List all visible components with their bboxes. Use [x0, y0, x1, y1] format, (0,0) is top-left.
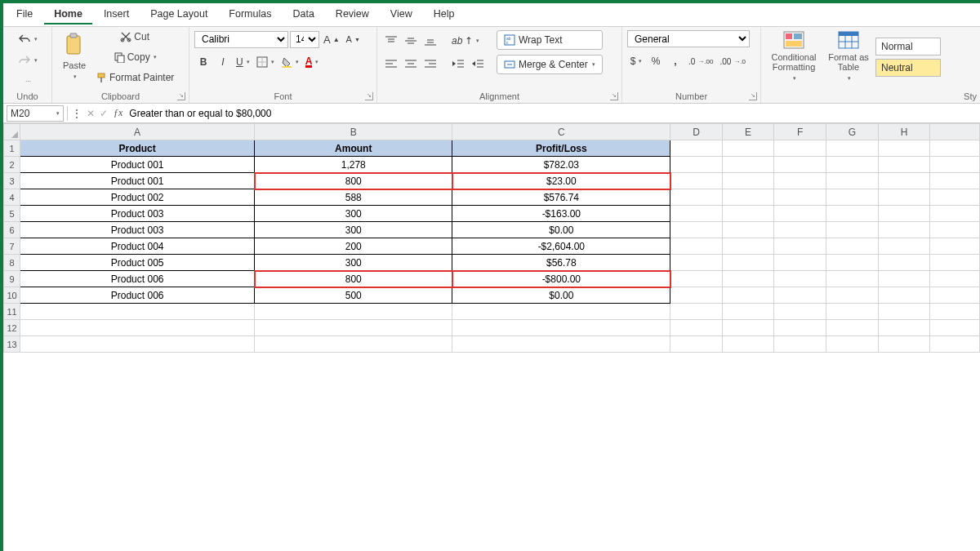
col-header[interactable]: A	[20, 124, 255, 140]
row-header[interactable]: 11	[4, 304, 20, 320]
row-header[interactable]: 9	[4, 271, 20, 287]
row-header[interactable]: 7	[4, 238, 20, 255]
data-cell[interactable]: $782.03	[452, 157, 670, 173]
grow-font-button[interactable]: A▲	[321, 30, 342, 48]
data-cell[interactable]: 300	[255, 206, 452, 222]
row-header[interactable]: 8	[4, 255, 20, 271]
align-right-button[interactable]	[421, 55, 439, 73]
decrease-decimal-button[interactable]: .00→.0	[717, 52, 748, 70]
data-cell[interactable]: Product 003	[20, 206, 255, 222]
align-center-button[interactable]	[402, 55, 420, 73]
paste-button[interactable]: Paste▾	[57, 31, 91, 83]
formula-menu-button[interactable]: ⋮	[69, 104, 84, 122]
data-cell[interactable]: 1,278	[255, 157, 452, 173]
italic-button[interactable]: I	[214, 53, 232, 71]
table-header-cell[interactable]: Amount	[255, 140, 452, 157]
menu-view[interactable]: View	[381, 5, 422, 24]
data-cell[interactable]: Product 006	[20, 287, 255, 304]
col-header[interactable]: C	[452, 124, 670, 140]
clipboard-launcher-icon[interactable]: ↘	[177, 92, 185, 100]
data-cell[interactable]: 800	[255, 173, 452, 189]
font-name-select[interactable]: Calibri	[194, 31, 288, 48]
menu-review[interactable]: Review	[326, 5, 379, 24]
data-cell[interactable]: -$800.00	[452, 271, 670, 287]
alignment-launcher-icon[interactable]: ↘	[610, 92, 618, 100]
accounting-format-button[interactable]: $▾	[627, 52, 645, 70]
font-color-button[interactable]: A▾	[303, 53, 322, 71]
fill-color-button[interactable]: ▾	[278, 53, 301, 71]
bold-button[interactable]: B	[194, 53, 212, 71]
data-cell[interactable]: $0.00	[452, 222, 670, 238]
spreadsheet-grid[interactable]: A B C D E F G H 1ProductAmountProfit/Los…	[3, 123, 980, 353]
col-header[interactable]: H	[878, 124, 930, 140]
copy-button[interactable]: Copy▾	[93, 48, 176, 66]
data-cell[interactable]: 200	[255, 238, 452, 255]
align-left-button[interactable]	[382, 55, 400, 73]
conditional-formatting-button[interactable]: Conditional Formatting▾	[766, 31, 822, 83]
row-header[interactable]: 1	[4, 140, 20, 157]
data-cell[interactable]: 800	[255, 271, 452, 287]
data-cell[interactable]: Product 006	[20, 271, 255, 287]
undo-button[interactable]: ▾	[16, 30, 40, 48]
format-as-table-button[interactable]: Format as Table▾	[825, 31, 872, 83]
data-cell[interactable]: Product 005	[20, 255, 255, 271]
comma-format-button[interactable]: ,	[666, 52, 684, 70]
row-header[interactable]: 4	[4, 189, 20, 206]
row-header[interactable]: 13	[4, 336, 20, 353]
data-cell[interactable]: 300	[255, 222, 452, 238]
number-launcher-icon[interactable]: ↘	[749, 92, 757, 100]
col-header[interactable]: F	[774, 124, 826, 140]
ribbon-more-button[interactable]: ⋯	[19, 73, 37, 91]
row-header[interactable]: 6	[4, 222, 20, 238]
select-all-corner[interactable]	[4, 124, 20, 140]
cancel-formula-button[interactable]: ✕	[84, 104, 97, 122]
col-header[interactable]	[930, 124, 980, 140]
data-cell[interactable]: -$2,604.00	[452, 238, 670, 255]
data-cell[interactable]: 500	[255, 287, 452, 304]
row-header[interactable]: 2	[4, 157, 20, 173]
menu-page-layout[interactable]: Page Layout	[140, 5, 217, 24]
border-button[interactable]: ▾	[254, 53, 277, 71]
menu-data[interactable]: Data	[283, 5, 323, 24]
row-header[interactable]: 10	[4, 287, 20, 304]
cell-style-neutral[interactable]: Neutral	[875, 59, 941, 77]
col-header[interactable]: E	[722, 124, 774, 140]
formula-input[interactable]	[126, 105, 980, 122]
row-header[interactable]: 12	[4, 320, 20, 336]
redo-button[interactable]: ▾	[16, 51, 40, 69]
align-top-button[interactable]	[382, 32, 400, 50]
data-cell[interactable]: $23.00	[452, 173, 670, 189]
menu-home[interactable]: Home	[44, 5, 92, 24]
cut-button[interactable]: Cut	[93, 28, 176, 46]
font-launcher-icon[interactable]: ↘	[365, 92, 373, 100]
decrease-indent-button[interactable]	[449, 55, 467, 73]
orientation-button[interactable]: ab↗▾	[449, 32, 482, 50]
table-header-cell[interactable]: Profit/Loss	[452, 140, 670, 157]
percent-format-button[interactable]: %	[647, 52, 665, 70]
data-cell[interactable]: 588	[255, 189, 452, 206]
increase-decimal-button[interactable]: .0→.00	[686, 52, 715, 70]
row-header[interactable]: 5	[4, 206, 20, 222]
table-header-cell[interactable]: Product	[20, 140, 255, 157]
col-header[interactable]: B	[255, 124, 452, 140]
menu-help[interactable]: Help	[424, 5, 465, 24]
data-cell[interactable]: $576.74	[452, 189, 670, 206]
wrap-text-button[interactable]: abcWrap Text	[497, 30, 603, 50]
data-cell[interactable]: -$163.00	[452, 206, 670, 222]
align-middle-button[interactable]	[402, 32, 420, 50]
col-header[interactable]: G	[826, 124, 879, 140]
data-cell[interactable]: $0.00	[452, 287, 670, 304]
menu-insert[interactable]: Insert	[94, 5, 139, 24]
menu-formulas[interactable]: Formulas	[219, 5, 281, 24]
data-cell[interactable]: Product 004	[20, 238, 255, 255]
data-cell[interactable]: Product 002	[20, 189, 255, 206]
row-header[interactable]: 3	[4, 173, 20, 189]
data-cell[interactable]: $56.78	[452, 255, 670, 271]
shrink-font-button[interactable]: A▼	[344, 30, 363, 48]
menu-file[interactable]: File	[7, 5, 42, 24]
font-size-select[interactable]: 14	[290, 31, 319, 48]
enter-formula-button[interactable]: ✓	[97, 104, 110, 122]
number-format-select[interactable]: General	[627, 30, 750, 47]
col-header[interactable]: D	[670, 124, 723, 140]
data-cell[interactable]: Product 003	[20, 222, 255, 238]
